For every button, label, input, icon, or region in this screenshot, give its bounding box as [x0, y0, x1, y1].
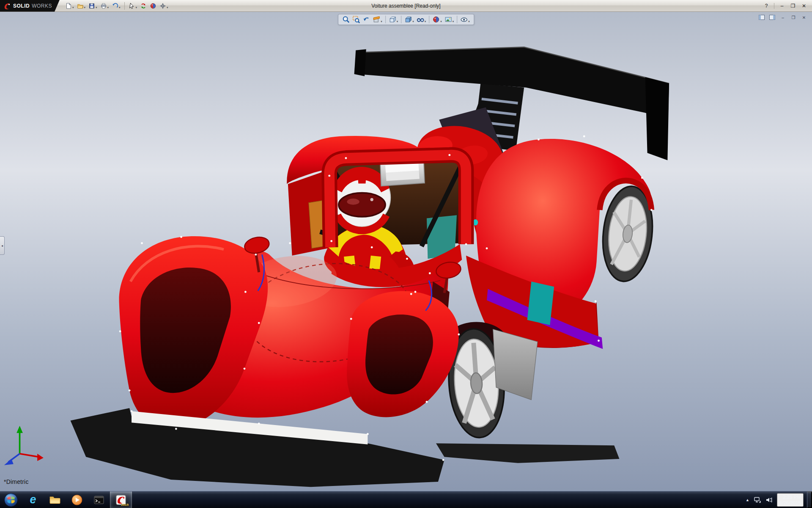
apply-scene-icon — [444, 16, 452, 23]
previous-view-icon — [362, 16, 370, 23]
tray-expand-icon[interactable]: ▲ — [746, 498, 749, 502]
dropdown-caret-icon: ▾ — [167, 6, 168, 9]
taskbar-media-player[interactable] — [66, 491, 88, 508]
solidworks-application-window: SOLIDWORKS ▾ ▾ — [0, 0, 812, 508]
color-sphere-icon — [150, 3, 156, 9]
print-button[interactable]: ▾ — [99, 2, 110, 10]
help-button[interactable]: ? — [762, 2, 771, 10]
save-disk-icon — [88, 3, 95, 9]
undo-arrow-icon — [112, 3, 118, 9]
open-folder-icon — [77, 3, 84, 9]
feature-panel-collapse-tab[interactable]: ◂ — [0, 236, 5, 255]
toolbar-separator — [401, 16, 401, 23]
show-display-pane-button[interactable] — [768, 14, 776, 21]
network-icon[interactable] — [754, 497, 761, 503]
toolbar-separator — [124, 2, 125, 10]
taskbar-command-prompt[interactable] — [88, 491, 110, 508]
hide-show-glasses-icon — [417, 16, 424, 23]
system-tray: ▲ 2:25 PM 6/26/2015 — [744, 491, 807, 508]
select-button[interactable]: ▾ — [127, 2, 139, 10]
clock-time: 2:25 PM — [779, 494, 801, 500]
dropdown-caret-icon: ▾ — [468, 20, 470, 23]
section-view-icon — [373, 16, 380, 23]
show-feature-pane-button[interactable] — [758, 14, 765, 21]
zoom-to-area-icon — [352, 16, 360, 23]
clock-date: 6/26/2015 — [779, 500, 801, 506]
internet-explorer-icon: e — [30, 494, 36, 505]
edit-color-button[interactable] — [148, 2, 158, 10]
close-button[interactable]: ✕ — [799, 2, 809, 10]
display-style-button[interactable]: ▾ — [403, 15, 415, 24]
document-window-controls: – ❐ ✕ — [758, 14, 808, 21]
display-pane-icon — [769, 15, 775, 20]
previous-view-button[interactable] — [362, 15, 371, 24]
dropdown-caret-icon: ▾ — [119, 6, 121, 9]
taskbar-clock[interactable]: 2:25 PM 6/26/2015 — [777, 493, 804, 507]
dropdown-caret-icon: ▾ — [425, 20, 426, 23]
appearance-sphere-icon — [432, 16, 440, 23]
solidworks-version-badge: 2015 — [121, 503, 129, 507]
3d-model-canvas[interactable] — [0, 12, 812, 491]
document-restore-button[interactable]: ❐ — [790, 14, 797, 21]
dropdown-caret-icon: ▾ — [397, 20, 398, 23]
zoom-to-fit-icon — [342, 16, 350, 23]
solidworks-logo: SOLIDWORKS — [0, 0, 60, 12]
dropdown-caret-icon: ▾ — [453, 20, 454, 23]
show-desktop-button[interactable] — [807, 491, 812, 508]
folder-icon — [49, 495, 61, 505]
document-title: Voiture assemblee [Read-only] — [371, 0, 440, 12]
document-minimize-button[interactable]: – — [779, 14, 787, 21]
select-cursor-icon — [129, 3, 135, 9]
options-gear-icon — [159, 3, 166, 9]
section-view-button[interactable]: ▾ — [372, 15, 383, 24]
title-bar: SOLIDWORKS ▾ ▾ — [0, 0, 812, 12]
rebuild-icon — [140, 3, 147, 9]
dropdown-caret-icon: ▾ — [412, 20, 414, 23]
view-orientation-button[interactable]: ▾ — [388, 15, 399, 24]
zoom-to-area-button[interactable] — [351, 15, 361, 24]
options-button[interactable]: ▾ — [158, 2, 170, 10]
rebuild-button[interactable] — [139, 2, 148, 10]
save-button[interactable]: ▾ — [87, 2, 99, 10]
main-toolbar: ▾ ▾ ▾ — [64, 2, 170, 10]
open-button[interactable]: ▾ — [76, 2, 87, 10]
view-settings-eye-icon — [460, 16, 468, 23]
solidworks-logo-icon — [3, 2, 11, 10]
view-settings-button[interactable]: ▾ — [459, 15, 471, 24]
zoom-to-fit-button[interactable] — [341, 15, 351, 24]
undo-button[interactable]: ▾ — [110, 2, 122, 10]
dropdown-caret-icon: ▾ — [84, 6, 86, 9]
hide-show-items-button[interactable]: ▾ — [416, 15, 427, 24]
window-controls-separator — [774, 3, 774, 9]
taskbar-internet-explorer[interactable]: e — [22, 491, 44, 508]
media-player-icon — [71, 494, 83, 506]
windows-start-orb-icon — [4, 493, 18, 507]
windows-taskbar: e — [0, 491, 812, 508]
edit-appearance-button[interactable]: ▾ — [431, 15, 443, 24]
dropdown-caret-icon: ▾ — [96, 6, 97, 9]
taskbar-windows-explorer[interactable] — [44, 491, 66, 508]
feature-pane-icon — [759, 15, 765, 20]
dropdown-caret-icon: ▾ — [136, 6, 137, 9]
dropdown-caret-icon: ▾ — [72, 6, 74, 9]
volume-icon[interactable] — [765, 497, 772, 503]
maximize-button[interactable]: ❐ — [788, 2, 798, 10]
brand-text-light: WORKS — [32, 3, 52, 9]
new-document-button[interactable]: ▾ — [64, 2, 75, 10]
document-close-button[interactable]: ✕ — [800, 14, 808, 21]
new-document-icon — [65, 3, 72, 9]
apply-scene-button[interactable]: ▾ — [444, 15, 455, 24]
start-button[interactable] — [0, 491, 22, 508]
toolbar-separator — [429, 16, 429, 23]
minimize-button[interactable]: – — [777, 2, 787, 10]
print-icon — [100, 3, 107, 9]
dropdown-caret-icon: ▾ — [440, 20, 442, 23]
toolbar-separator — [457, 16, 457, 23]
dropdown-caret-icon: ▾ — [107, 6, 109, 9]
taskbar-solidworks-2015[interactable]: 2015 — [110, 491, 132, 508]
dropdown-caret-icon: ▾ — [381, 20, 382, 23]
brand-text-bold: SOLID — [13, 3, 30, 9]
display-style-icon — [404, 16, 412, 23]
graphics-viewport: ▾ ▾ ▾ — [0, 12, 812, 491]
command-prompt-icon — [93, 495, 104, 505]
